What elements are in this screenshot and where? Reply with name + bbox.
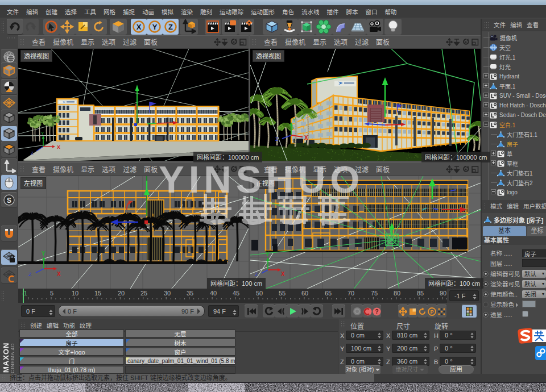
svg-text:Y: Y xyxy=(266,251,270,257)
svg-text:P: P xyxy=(430,309,433,315)
svg-text:X: X xyxy=(304,135,308,141)
svg-text:X: X xyxy=(136,23,142,31)
svg-text:Y: Y xyxy=(42,251,46,257)
svg-text:X: X xyxy=(57,144,60,150)
svg-text:Z: Z xyxy=(28,272,32,277)
svg-text:Y: Y xyxy=(292,117,296,123)
svg-text:Y: Y xyxy=(152,23,158,31)
svg-text:Z: Z xyxy=(168,23,173,31)
svg-text:Z: Z xyxy=(255,272,258,277)
svg-text:Z: Z xyxy=(275,136,279,142)
svg-text:Y: Y xyxy=(41,131,44,136)
svg-text:X: X xyxy=(57,271,61,277)
svg-text:X: X xyxy=(281,271,285,277)
svg-text:Z: Z xyxy=(31,151,34,156)
svg-text:S: S xyxy=(7,197,11,205)
svg-text:?: ? xyxy=(375,308,378,315)
